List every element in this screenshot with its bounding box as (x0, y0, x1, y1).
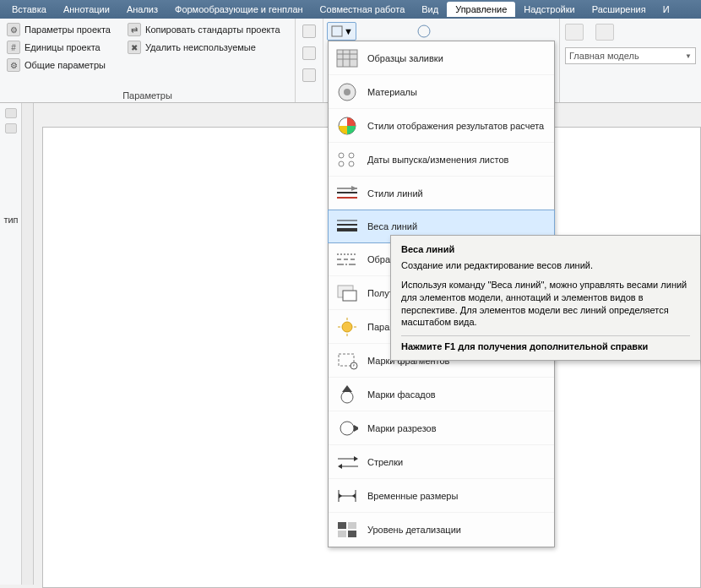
svg-point-8 (344, 89, 350, 95)
line-styles-icon (335, 182, 359, 204)
tooltip-help-text: Нажмите F1 для получения дополнительной … (401, 341, 690, 351)
tooltip-divider (401, 335, 690, 336)
dd-label: Марки разрезов (367, 423, 437, 433)
sheet-issues-icon (335, 149, 359, 171)
dd-materials[interactable]: Материалы (329, 75, 554, 109)
dock-handle-2[interactable] (5, 123, 17, 133)
transfer-standards-button[interactable]: ⇄ Копировать стандарты проекта (126, 22, 282, 37)
grid-icon-3 (302, 68, 316, 82)
dd-elevation-tags[interactable]: Марки фасадов (329, 378, 554, 411)
small-btn-globe[interactable] (414, 22, 434, 41)
tab-strip: Вставка Аннотации Анализ Формообразующие… (0, 0, 701, 19)
dd-label: Стили линий (367, 188, 423, 199)
dd-fill-patterns[interactable]: Образцы заливки (329, 41, 554, 75)
purge-unused-label: Удалить неиспользуемые (145, 42, 256, 52)
dd-section-tags[interactable]: Марки разрезов (329, 411, 554, 445)
model-select-dropdown[interactable]: Главная модель ▼ (565, 47, 696, 64)
tab-annotations[interactable]: Аннотации (55, 2, 118, 17)
tab-extensions[interactable]: Расширения (584, 2, 655, 17)
svg-rect-39 (338, 522, 346, 529)
ribbon-right-panel: Главная модель ▼ (559, 19, 701, 102)
project-parameters-icon: ⚙ (7, 23, 20, 36)
grid-icon (302, 24, 316, 38)
line-patterns-icon (335, 248, 359, 270)
tab-manage[interactable]: Управление (447, 2, 515, 17)
dd-label: Уровень детализации (367, 525, 461, 535)
small-btn-2[interactable] (299, 44, 319, 63)
tab-collaborate[interactable]: Совместная работа (312, 2, 414, 17)
fill-pattern-icon (335, 47, 359, 69)
panel-title-settings: Параметры (5, 89, 290, 101)
svg-point-13 (349, 161, 354, 166)
project-units-label: Единицы проекта (24, 42, 101, 52)
svg-rect-0 (332, 26, 342, 36)
svg-point-1 (418, 25, 430, 37)
svg-point-33 (340, 422, 354, 435)
type-selector-label: тип (0, 215, 22, 225)
dd-line-styles[interactable]: Стили линий (329, 177, 554, 210)
svg-point-25 (342, 322, 352, 332)
dd-label: Стрелки (367, 457, 403, 467)
tooltip-line-weights: Веса линий Создание или редактирование в… (390, 235, 701, 361)
purge-unused-icon: ✖ (128, 41, 141, 54)
transfer-standards-icon: ⇄ (128, 23, 141, 36)
tooltip-title: Веса линий (401, 244, 690, 254)
shared-parameters-label: Общие параметры (24, 60, 106, 70)
shared-parameters-icon: ⚙ (7, 58, 20, 72)
ribbon-icon-column-1 (296, 19, 323, 102)
svg-point-12 (339, 161, 344, 166)
line-weights-icon (335, 215, 359, 237)
tab-analyze[interactable]: Анализ (118, 2, 166, 17)
tab-more[interactable]: И (655, 2, 678, 17)
left-split-handle[interactable] (22, 103, 34, 585)
dd-temp-dimensions[interactable]: Временные размеры (329, 479, 554, 513)
svg-rect-40 (348, 522, 356, 529)
temp-dimensions-icon (335, 485, 359, 507)
right-icon-2[interactable] (595, 24, 614, 41)
project-units-button[interactable]: # Единицы проекта (5, 40, 112, 55)
svg-point-11 (349, 153, 354, 158)
project-units-icon: # (7, 41, 20, 54)
dd-label: Временные размеры (367, 491, 458, 501)
small-btn-3[interactable] (299, 66, 319, 84)
purge-unused-button[interactable]: ✖ Удалить неиспользуемые (126, 40, 282, 55)
small-btn-1[interactable] (299, 22, 319, 41)
dd-label: Веса линий (367, 221, 417, 231)
right-icon-1[interactable] (565, 24, 584, 41)
svg-rect-24 (343, 291, 356, 301)
callout-tag-icon (335, 350, 359, 372)
project-parameters-button[interactable]: ⚙ Параметры проекта (5, 22, 112, 37)
globe-icon (416, 24, 432, 39)
detail-level-icon (335, 519, 359, 541)
transfer-standards-label: Копировать стандарты проекта (145, 24, 280, 35)
project-parameters-label: Параметры проекта (24, 24, 111, 35)
svg-rect-30 (339, 354, 354, 366)
chevron-down-icon: ▼ (685, 52, 692, 60)
dd-label: Стили отображения результатов расчета (367, 121, 544, 131)
dd-detail-level[interactable]: Уровень детализации (329, 513, 554, 547)
dd-analysis-display[interactable]: Стили отображения результатов расчета (329, 109, 554, 143)
svg-rect-42 (348, 531, 356, 537)
section-tag-icon (335, 417, 359, 439)
svg-rect-41 (338, 531, 346, 537)
shared-parameters-button[interactable]: ⚙ Общие параметры (5, 57, 112, 73)
materials-icon (335, 81, 359, 103)
tab-massing[interactable]: Формообразующие и генплан (166, 2, 312, 17)
dd-label: Даты выпуска/изменения листов (367, 155, 508, 165)
additional-settings-split-button[interactable]: ▼ (327, 22, 356, 41)
arrowheads-icon (335, 451, 359, 473)
svg-rect-2 (337, 50, 357, 67)
tab-view[interactable]: Вид (413, 2, 447, 17)
tab-insert[interactable]: Вставка (3, 2, 55, 17)
settings-dropdown-icon (330, 24, 344, 38)
dock-handle-1[interactable] (5, 108, 17, 118)
dd-label: Материалы (367, 87, 417, 97)
svg-point-10 (339, 153, 344, 158)
grid-icon-2 (302, 46, 316, 60)
left-dock (0, 103, 22, 585)
tab-addins[interactable]: Надстройки (515, 2, 583, 17)
dd-arrowheads[interactable]: Стрелки (329, 445, 554, 479)
ribbon-panel-settings: ⚙ Параметры проекта # Единицы проекта ⚙ … (0, 19, 296, 102)
dd-sheet-issues[interactable]: Даты выпуска/изменения листов (329, 143, 554, 177)
svg-point-32 (341, 391, 353, 403)
